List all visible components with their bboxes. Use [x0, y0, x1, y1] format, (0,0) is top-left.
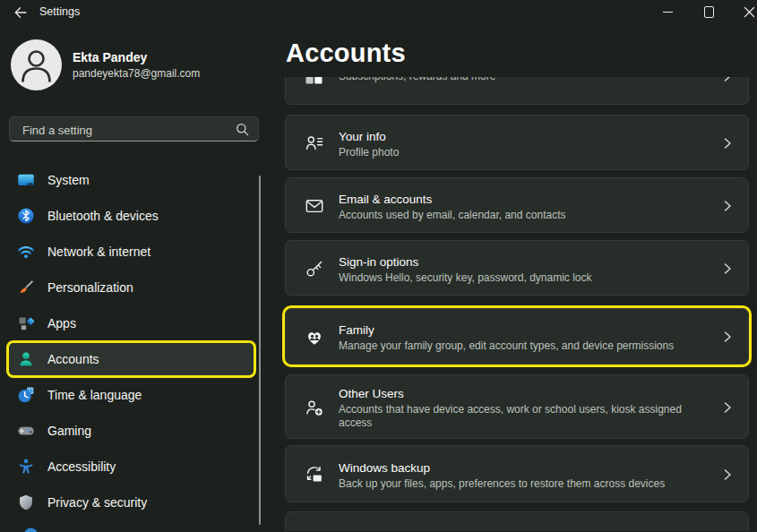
card-subtitle: Windows Hello, security key, password, d… — [339, 271, 712, 285]
sidebar-item-label: Privacy & security — [47, 495, 147, 510]
card-title: Your info — [339, 128, 712, 145]
your-info-icon — [305, 133, 325, 154]
time-language-icon — [17, 386, 35, 404]
user-profile: Ekta Pandey pandeyekta78@gmail.com — [11, 39, 200, 90]
sidebar-item-label: Accounts — [47, 352, 99, 366]
card-title: Windows backup — [339, 459, 712, 476]
person-avatar-icon — [11, 39, 62, 90]
system-icon — [17, 171, 35, 189]
card-subtitle: Profile photo — [339, 146, 712, 159]
sidebar-item-bluetooth-devices[interactable]: Bluetooth & devices — [9, 200, 254, 232]
back-button[interactable] — [7, 1, 34, 23]
card-title: Email & accounts — [339, 191, 712, 208]
back-arrow-icon — [13, 5, 28, 20]
card-subscriptions[interactable]: Subscriptions, rewards and more — [285, 77, 749, 105]
search-input[interactable] — [21, 118, 230, 142]
page-title: Accounts — [286, 39, 749, 66]
search-box[interactable] — [9, 116, 259, 142]
minimize-button[interactable] — [653, 0, 682, 23]
profile-email: pandeyekta78@gmail.com — [73, 66, 200, 81]
card-subtitle: Manage your family group, edit account t… — [339, 339, 712, 353]
sidebar-item-label: Network & internet — [47, 245, 151, 259]
window-title: Settings — [39, 5, 80, 18]
windows-backup-icon — [305, 465, 325, 485]
email-accounts-icon — [305, 196, 325, 217]
sidebar-item-privacy-security[interactable]: Privacy & security — [9, 486, 254, 519]
card-access-work-school[interactable]: Access work or school — [285, 511, 749, 531]
privacy-security-icon — [17, 493, 35, 511]
sidebar-item-label: Gaming — [47, 424, 91, 438]
windows-update-icon[interactable] — [24, 528, 38, 532]
sidebar-item-accessibility[interactable]: Accessibility — [9, 450, 254, 483]
sidebar-nav: System Bluetooth & devices Network & int… — [9, 164, 254, 522]
sidebar-item-apps[interactable]: Apps — [9, 307, 254, 339]
sidebar-item-accounts[interactable]: Accounts — [9, 343, 254, 375]
sidebar-item-network-internet[interactable]: Network & internet — [9, 236, 254, 268]
other-users-icon — [305, 398, 325, 418]
card-title: Access work or school — [339, 527, 734, 531]
card-other-users[interactable]: Other Users Accounts that have device ac… — [285, 374, 749, 439]
maximize-button[interactable] — [694, 0, 723, 23]
card-subtitle: Accounts used by email, calendar, and co… — [339, 209, 712, 222]
sidebar-item-time-language[interactable]: Time & language — [9, 379, 254, 411]
sidebar-item-label: Personalization — [47, 280, 133, 295]
card-subtitle: Accounts that have device access, work o… — [339, 403, 699, 430]
sidebar-item-label: Accessibility — [47, 459, 116, 474]
chevron-right-icon — [721, 401, 734, 414]
sidebar-item-label: Time & language — [47, 388, 142, 402]
profile-name: Ekta Pandey — [73, 49, 200, 65]
network-icon — [17, 243, 35, 261]
maximize-icon — [704, 6, 714, 18]
sidebar-item-label: Bluetooth & devices — [47, 209, 159, 223]
card-your-info[interactable]: Your info Profile photo — [285, 115, 749, 170]
sidebar-item-system[interactable]: System — [9, 164, 254, 196]
accessibility-icon — [17, 458, 35, 476]
card-subtitle: Subscriptions, rewards and more — [339, 77, 712, 83]
accounts-icon — [17, 350, 35, 368]
family-icon — [305, 327, 325, 348]
sidebar: Ekta Pandey pandeyekta78@gmail.com Syste… — [0, 25, 269, 532]
settings-window: { "titlebar": { "title": "Settings", "ba… — [0, 0, 757, 532]
card-email-accounts[interactable]: Email & accounts Accounts used by email,… — [285, 177, 749, 233]
sidebar-item-personalization[interactable]: Personalization — [9, 271, 254, 304]
card-sign-in-options[interactable]: Sign-in options Windows Hello, security … — [285, 240, 749, 296]
chevron-right-icon — [721, 137, 734, 150]
main-content: Accounts Subscriptions, rewards and more — [285, 25, 749, 531]
close-button[interactable] — [735, 0, 757, 23]
card-title: Family — [339, 322, 712, 339]
personalization-icon — [17, 279, 35, 296]
sidebar-scrollbar[interactable] — [259, 176, 261, 525]
sign-in-options-icon — [305, 259, 325, 279]
apps-icon — [17, 314, 35, 332]
sidebar-item-label: System — [47, 173, 90, 187]
sidebar-item-gaming[interactable]: Gaming — [9, 415, 254, 447]
chevron-right-icon — [721, 330, 734, 343]
gaming-icon — [17, 422, 35, 440]
card-windows-backup[interactable]: Windows backup Back up your files, apps,… — [285, 445, 749, 502]
titlebar: Settings — [0, 0, 757, 25]
search-icon — [236, 123, 249, 136]
card-subtitle: Back up your files, apps, preferences to… — [339, 477, 712, 491]
microsoft-365-icon — [305, 77, 325, 87]
bluetooth-icon — [17, 207, 35, 225]
chevron-right-icon — [721, 77, 734, 82]
chevron-right-icon — [721, 262, 734, 275]
chevron-right-icon — [721, 200, 734, 212]
sidebar-item-label: Apps — [47, 316, 76, 330]
close-icon — [744, 6, 755, 18]
card-family[interactable]: Family Manage your family group, edit ac… — [285, 308, 749, 365]
card-title: Sign-in options — [339, 253, 712, 270]
card-title: Other Users — [339, 385, 712, 402]
chevron-right-icon — [721, 468, 734, 481]
minimize-icon — [663, 12, 673, 13]
